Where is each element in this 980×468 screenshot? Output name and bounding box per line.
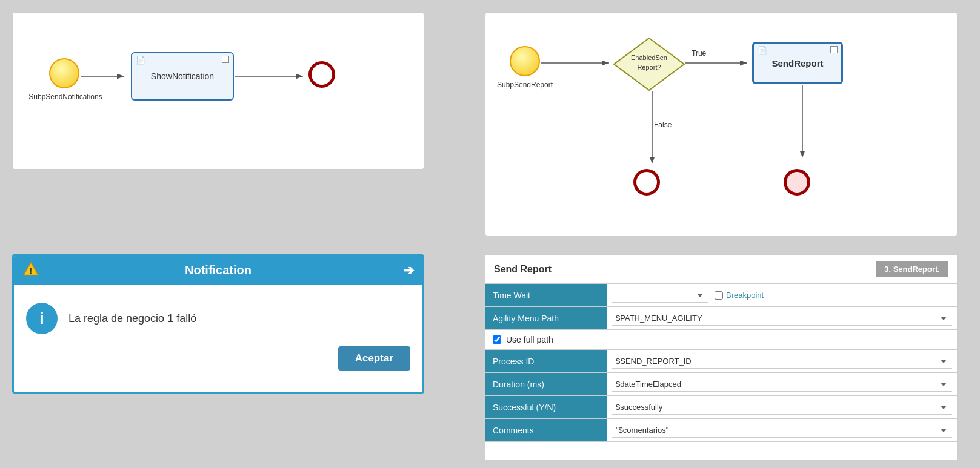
- task-label-sendreport: SendReport: [772, 58, 823, 68]
- panel-top-left: SubpSendNotifications 📄 ShowNotification: [12, 12, 424, 170]
- task-checkbox: [222, 56, 229, 63]
- row-duration: Duration (ms) $dateTimeElapced: [485, 373, 957, 396]
- send-report-title: Send Report: [494, 264, 552, 275]
- row-process-id: Process ID $SEND_REPORT_ID: [485, 350, 957, 373]
- diamond-enabled: EnabledSen Report?: [613, 37, 685, 91]
- arrow-sendreport-down: [796, 85, 808, 158]
- task-icon-sendreport: 📄: [758, 46, 767, 55]
- select-duration[interactable]: $dateTimeElapced: [612, 377, 952, 392]
- value-time-wait: Breakpoint: [607, 284, 957, 306]
- label-use-full-path: Use full path: [506, 335, 553, 344]
- start-event-left: [49, 58, 79, 88]
- panel-top-right: SubpSendReport EnabledSen Report? True 📄…: [485, 12, 958, 236]
- task-checkbox-sendreport: [830, 46, 838, 53]
- send-report-side-tab: 3. SendReport.: [876, 261, 948, 277]
- send-report-tab: Send Report 3. SendReport.: [485, 255, 957, 284]
- diagram-top-left: SubpSendNotifications 📄 ShowNotification: [13, 13, 424, 169]
- select-process-id[interactable]: $SEND_REPORT_ID: [612, 354, 952, 369]
- start-event-right: [510, 46, 540, 76]
- end-event-sendreport: [784, 169, 810, 196]
- select-successful[interactable]: $successfully: [612, 400, 952, 415]
- notification-body: i La regla de negocio 1 falló: [14, 285, 422, 346]
- notification-title: Notification: [185, 263, 252, 277]
- label-comments: Comments: [485, 419, 607, 441]
- row-successful: Successful (Y/N) $successfully: [485, 396, 957, 419]
- aceptar-button[interactable]: Aceptar: [338, 346, 410, 371]
- svg-text:Report?: Report?: [637, 64, 661, 71]
- task-label-notification: ShowNotification: [151, 71, 214, 81]
- label-process-id: Process ID: [485, 350, 607, 372]
- false-label: False: [654, 120, 672, 129]
- label-agility-menu-path: Agility Menu Path: [485, 307, 607, 329]
- svg-text:!: !: [30, 266, 32, 275]
- task-icon-notification: 📄: [136, 56, 145, 65]
- arrow-3: [541, 57, 614, 69]
- value-duration: $dateTimeElapced: [607, 373, 957, 395]
- checkbox-use-full-path[interactable]: [493, 335, 501, 344]
- row-use-full-path: Use full path: [485, 330, 957, 350]
- notification-header: ! Notification ➔: [14, 256, 422, 285]
- arrow-true: [685, 57, 752, 69]
- breakpoint-checkbox-label[interactable]: Breakpoint: [715, 291, 764, 300]
- row-comments: Comments "$comentarios": [485, 419, 957, 442]
- arrow-2: [235, 70, 308, 82]
- value-process-id: $SEND_REPORT_ID: [607, 350, 957, 372]
- panel-notification: ! Notification ➔ i La regla de negocio 1…: [12, 254, 424, 394]
- value-agility-menu-path: $PATH_MENU_AGILITY: [607, 307, 957, 329]
- arrow-1: [81, 70, 129, 82]
- task-send-report[interactable]: 📄 SendReport: [752, 42, 843, 84]
- notification-message: La regla de negocio 1 falló: [68, 312, 196, 325]
- notification-footer: Aceptar: [14, 346, 422, 380]
- value-successful: $successfully: [607, 396, 957, 418]
- select-time-wait[interactable]: [612, 288, 708, 303]
- row-time-wait: Time Wait Breakpoint: [485, 284, 957, 307]
- diagram-top-right: SubpSendReport EnabledSen Report? True 📄…: [485, 13, 957, 236]
- row-agility-menu-path: Agility Menu Path $PATH_MENU_AGILITY: [485, 307, 957, 330]
- info-icon: i: [26, 303, 58, 334]
- end-event-false: [633, 169, 660, 196]
- start-label-left: SubpSendNotifications: [26, 93, 105, 101]
- label-time-wait: Time Wait: [485, 284, 607, 306]
- start-label-right: SubpSendReport: [492, 81, 558, 89]
- warning-icon: !: [22, 260, 39, 280]
- breakpoint-label: Breakpoint: [726, 291, 764, 300]
- breakpoint-checkbox[interactable]: [715, 291, 723, 300]
- svg-text:EnabledSen: EnabledSen: [631, 54, 667, 61]
- label-duration: Duration (ms): [485, 373, 607, 395]
- exit-icon[interactable]: ➔: [403, 263, 414, 278]
- end-event-left: [308, 61, 335, 88]
- select-comments[interactable]: "$comentarios": [612, 423, 952, 438]
- true-label: True: [692, 49, 706, 58]
- task-show-notification[interactable]: 📄 ShowNotification: [131, 52, 234, 101]
- label-successful: Successful (Y/N): [485, 396, 607, 418]
- select-agility-menu-path[interactable]: $PATH_MENU_AGILITY: [612, 311, 952, 326]
- panel-send-report: Send Report 3. SendReport. Time Wait Bre…: [485, 254, 958, 460]
- value-comments: "$comentarios": [607, 419, 957, 441]
